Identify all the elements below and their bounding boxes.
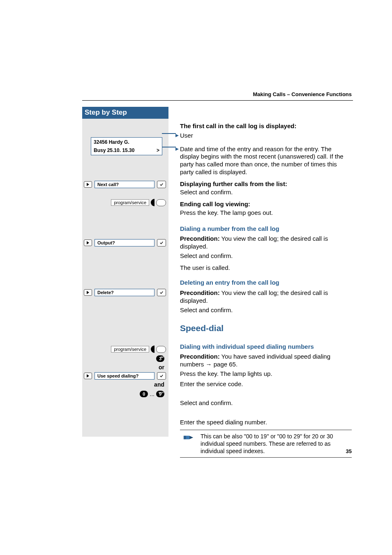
precondition-label: Precondition:: [180, 289, 220, 296]
play-icon: [87, 291, 89, 294]
user-label: User: [180, 132, 352, 140]
precondition-label: Precondition:: [180, 353, 220, 360]
service-key-row: program/service: [84, 345, 166, 353]
header-rule: [82, 100, 353, 101]
confirm-button[interactable]: [157, 289, 166, 296]
arrow-icon: →: [206, 361, 212, 368]
check-icon: [159, 241, 164, 245]
text-select-confirm: Select and confirm.: [180, 252, 352, 260]
step-output: Output?: [84, 239, 166, 246]
scroll-button[interactable]: [84, 373, 92, 379]
text-press-key-out: Press the key. The lamp goes out.: [180, 209, 352, 217]
running-header: Making Calls – Convenience Functions: [253, 91, 352, 97]
oval-key-button[interactable]: [156, 199, 166, 206]
key-row-0-9: 0 ... 9 wxyz: [84, 391, 164, 397]
check-icon: [159, 290, 164, 295]
scroll-button[interactable]: [84, 240, 92, 246]
phone-display: 32456 Hardy G. Busy 25.10. 15.30 >: [91, 137, 162, 155]
step-next-call: Next call?: [84, 181, 166, 188]
display-option: Use speed dialing?: [95, 372, 154, 380]
dial-key-0[interactable]: 0: [140, 391, 148, 397]
precond-view-2: Precondition: You view the call log; the…: [180, 289, 352, 305]
display-line-2-left: Busy 25.10. 15.30: [94, 147, 134, 153]
text-select-confirm: Select and confirm.: [180, 189, 352, 196]
sidebar-heading: Step by Step: [82, 107, 168, 119]
play-icon: [87, 241, 89, 244]
display-line-2-right: >: [157, 147, 159, 153]
display-option: Output?: [95, 239, 154, 246]
heading-dial-individual: Dialing with individual speed dialing nu…: [180, 343, 352, 351]
display-option: Next call?: [95, 181, 154, 188]
precondition-label: Precondition:: [180, 235, 220, 242]
arrow-right-icon: [175, 131, 179, 139]
svg-rect-1: [187, 435, 189, 439]
step-delete: Delete?: [84, 289, 166, 296]
page-number: 35: [346, 448, 352, 454]
note-box: This can be also "00 to 19" or "00 to 29…: [180, 430, 352, 458]
dial-key-3[interactable]: 3 def: [156, 355, 164, 362]
precond-view-1: Precondition: You view the call log; the…: [180, 235, 352, 251]
play-icon: [87, 183, 89, 186]
step-speed-dialing: Use speed dialing?: [84, 372, 166, 380]
scroll-button[interactable]: [84, 181, 92, 188]
svg-rect-0: [184, 435, 187, 439]
connector-line: [162, 133, 176, 134]
oval-key-button[interactable]: [156, 346, 166, 353]
heading-further-calls: Displaying further calls from the list:: [180, 180, 352, 188]
main-content: The first call in the call log is displa…: [180, 122, 352, 458]
text-user-called: The user is called.: [180, 264, 352, 272]
heading-first-call: The first call in the call log is displa…: [180, 122, 352, 130]
connector-line: [162, 147, 176, 147]
arrow-right-icon: [175, 145, 179, 152]
text-press-key-up: Press the key. The lamp lights up.: [180, 370, 352, 378]
lamp-icon: [151, 345, 154, 353]
entry-description: Date and time of the entry and reason fo…: [180, 145, 352, 176]
text-select-confirm: Select and confirm.: [180, 399, 352, 407]
or-label: or: [84, 364, 164, 371]
page: Making Calls – Convenience Functions Ste…: [0, 0, 392, 555]
precondition-text-b: page 65.: [212, 361, 238, 368]
confirm-button[interactable]: [157, 239, 166, 246]
key-label: program/service: [111, 199, 149, 206]
confirm-button[interactable]: [157, 181, 166, 188]
key-row-3: 3 def: [84, 355, 164, 362]
lamp-icon: [151, 199, 154, 206]
sidebar: [82, 119, 168, 437]
display-option: Delete?: [95, 289, 154, 296]
heading-delete-entry: Deleting an entry from the call log: [180, 279, 352, 287]
ellipsis: ...: [150, 391, 154, 397]
text-enter-speed-num: Enter the speed dialing number.: [180, 419, 352, 426]
display-line-1: 32456 Hardy G.: [94, 139, 159, 145]
note-icon: [183, 433, 194, 442]
heading-speed-dial: Speed-dial: [180, 323, 352, 334]
confirm-button[interactable]: [157, 372, 166, 380]
heading-end-viewing: Ending call log viewing:: [180, 200, 352, 208]
check-icon: [159, 374, 164, 378]
text-enter-code: Enter the service code.: [180, 380, 352, 388]
precond-saved: Precondition: You have saved individual …: [180, 353, 352, 368]
note-text: This can be also "00 to 19" or "00 to 29…: [201, 433, 333, 454]
check-icon: [159, 182, 164, 187]
text-select-confirm: Select and confirm.: [180, 306, 352, 314]
dial-key-9[interactable]: 9 wxyz: [156, 391, 164, 397]
heading-dial-from-log: Dialing a number from the call log: [180, 225, 352, 233]
key-label: program/service: [111, 346, 149, 352]
and-label: and: [84, 381, 164, 388]
play-icon: [87, 374, 89, 378]
service-key-row: program/service: [84, 199, 166, 206]
scroll-button[interactable]: [84, 289, 92, 296]
